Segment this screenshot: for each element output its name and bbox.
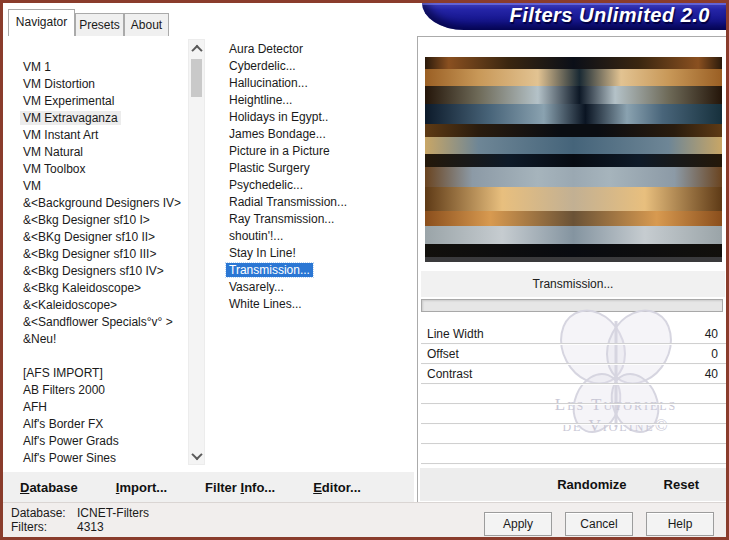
category-item-label: VM Instant Art [20, 128, 101, 142]
param-slider-row[interactable]: Contrast40 [421, 364, 726, 384]
filter-list: Aura DetectorCyberdelic...Hallucination.… [212, 39, 414, 470]
filter-item-label: Heightline... [226, 93, 295, 107]
category-item-label: Alf's Power Sines [20, 451, 119, 465]
category-item[interactable]: VM Instant Art [6, 127, 188, 144]
category-item[interactable] [6, 348, 188, 365]
category-item[interactable]: &<Bkg Designer sf10 I> [6, 212, 188, 229]
param-slider-row[interactable]: Offset0 [421, 344, 726, 364]
cancel-button[interactable]: Cancel [565, 512, 633, 536]
filter-item-label: Stay In Line! [226, 246, 299, 260]
randomize-button[interactable]: Randomize [557, 477, 626, 492]
param-label: Contrast [421, 367, 472, 381]
filter-item-label: Psychedelic... [226, 178, 306, 192]
preview-stripe [425, 257, 722, 262]
param-empty-row [421, 384, 726, 404]
filter-item[interactable]: Picture in a Picture [212, 143, 414, 160]
category-item[interactable]: &<Bkg Kaleidoscope> [6, 280, 188, 297]
filter-item[interactable]: Heightline... [212, 92, 414, 109]
reset-button[interactable]: Reset [664, 477, 699, 492]
filter-item[interactable]: Psychedelic... [212, 177, 414, 194]
apply-button[interactable]: Apply [484, 512, 552, 536]
filter-item-label: Ray Transmission... [226, 212, 337, 226]
randomize-bar: Randomize Reset [420, 468, 726, 501]
import-button[interactable]: Import... [116, 480, 167, 495]
category-item[interactable]: Alf's Power Toys [6, 467, 188, 470]
param-label: Line Width [421, 327, 484, 341]
category-item[interactable]: &<BKg Designer sf10 II> [6, 229, 188, 246]
category-item[interactable]: &<Bkg Designer sf10 III> [6, 246, 188, 263]
filter-item[interactable]: James Bondage... [212, 126, 414, 143]
category-item[interactable]: Alf's Power Sines [6, 450, 188, 467]
category-item-label: VM Extravaganza [20, 111, 121, 125]
filter-item-label: shoutin'!... [226, 229, 286, 243]
category-item[interactable]: VM 1 [6, 59, 188, 76]
scrollbar-up-button[interactable] [189, 41, 204, 56]
filter-item[interactable]: Plastic Surgery [212, 160, 414, 177]
preview-stripe [425, 226, 722, 244]
window-title: Filters Unlimited 2.0 [509, 4, 710, 27]
category-item[interactable]: &<Sandflower Specials°v° > [6, 314, 188, 331]
tab-navigator[interactable]: Navigator [8, 9, 75, 36]
category-item-label: VM Experimental [20, 94, 117, 108]
category-item[interactable]: VM [6, 178, 188, 195]
status-row-value: ICNET-Filters [77, 506, 149, 520]
filter-info-button[interactable]: Filter Info... [205, 480, 275, 495]
category-item[interactable]: [AFS IMPORT] [6, 365, 188, 382]
category-item-label: AB Filters 2000 [20, 383, 108, 397]
category-item[interactable]: VM Experimental [6, 93, 188, 110]
category-item-label: VM 1 [20, 60, 54, 74]
scrollbar-down-button[interactable] [189, 448, 204, 463]
filter-item[interactable]: shoutin'!... [212, 228, 414, 245]
category-item[interactable]: VM Distortion [6, 76, 188, 93]
preview-stripe [425, 137, 722, 154]
filter-item[interactable]: White Lines... [212, 296, 414, 313]
category-item[interactable]: AB Filters 2000 [6, 382, 188, 399]
tab-about[interactable]: About [124, 13, 169, 36]
category-item[interactable]: VM Toolbox [6, 161, 188, 178]
database-button[interactable]: Database [20, 480, 78, 495]
preview-stripe [425, 211, 722, 226]
category-item[interactable]: Alf's Power Grads [6, 433, 188, 450]
help-button[interactable]: Help [646, 512, 714, 536]
editor-button[interactable]: Editor... [313, 480, 361, 495]
scrollbar-thumb[interactable] [191, 59, 202, 97]
category-item-label: Alf's Power Toys [20, 468, 113, 470]
filter-item[interactable]: Cyberdelic... [212, 58, 414, 75]
category-item-label: &<Background Designers IV> [20, 196, 184, 210]
filter-item-label: White Lines... [226, 297, 305, 311]
param-slider-row[interactable]: Line Width40 [421, 324, 726, 344]
status-info: Database:ICNET-FiltersFilters:4313 [11, 506, 149, 534]
category-item-label [20, 349, 26, 363]
category-scrollbar[interactable] [188, 39, 205, 465]
tab-presets[interactable]: Presets [75, 13, 124, 36]
filter-item[interactable]: Ray Transmission... [212, 211, 414, 228]
category-item[interactable]: &<Background Designers IV> [6, 195, 188, 212]
status-row-value: 4313 [77, 520, 104, 534]
preview-stripe [425, 187, 722, 211]
category-item[interactable]: VM Extravaganza [6, 110, 188, 127]
filter-item[interactable]: Aura Detector [212, 41, 414, 58]
preview-image [425, 57, 722, 262]
status-row-label: Database: [11, 506, 77, 520]
filter-item[interactable]: Holidays in Egypt.. [212, 109, 414, 126]
preview-stripe [425, 69, 722, 86]
filter-item[interactable]: Stay In Line! [212, 245, 414, 262]
param-value: 40 [705, 367, 726, 381]
filter-item[interactable]: Hallucination... [212, 75, 414, 92]
category-item[interactable]: AFH [6, 399, 188, 416]
filter-item[interactable]: Vasarely... [212, 279, 414, 296]
category-item[interactable]: VM Natural [6, 144, 188, 161]
filter-item[interactable]: Transmission... [212, 262, 414, 279]
param-empty-row [421, 424, 726, 444]
param-empty-row [421, 444, 726, 464]
category-item-label: &<BKg Designer sf10 II> [20, 230, 158, 244]
category-item[interactable]: &Neu! [6, 331, 188, 348]
preview-stripe [425, 104, 722, 124]
title-banner: Filters Unlimited 2.0 [422, 3, 726, 30]
category-item[interactable]: Alf's Border FX [6, 416, 188, 433]
status-row: Filters:4313 [11, 520, 149, 534]
category-item[interactable]: &<Kaleidoscope> [6, 297, 188, 314]
filter-item[interactable]: Radial Transmission... [212, 194, 414, 211]
filter-item-label: Aura Detector [226, 42, 306, 56]
category-item[interactable]: &<Bkg Designers sf10 IV> [6, 263, 188, 280]
